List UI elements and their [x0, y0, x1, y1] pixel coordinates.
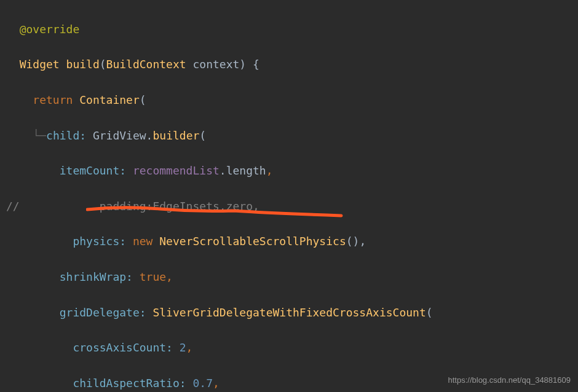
- tree-glyph-icon: └─: [33, 129, 46, 142]
- keyword-return: return: [33, 93, 79, 106]
- param-crossaxiscount: crossAxisCount:: [73, 341, 179, 354]
- code-line-commented: // padding:EdgeInsets.zero,: [6, 198, 572, 216]
- param-griddelegate: gridDelegate:: [60, 306, 153, 319]
- comment-text: padding:EdgeInsets.zero,: [100, 200, 259, 213]
- keyword-new: new: [133, 235, 159, 248]
- watermark-text: https://blog.csdn.net/qq_34881609: [448, 374, 571, 387]
- param-child: child:: [46, 129, 93, 142]
- code-line: Widget build(BuildContext context) {: [6, 56, 572, 74]
- param-shrinkwrap: shrinkWrap:: [60, 270, 140, 283]
- param-childaspectratio: childAspectRatio:: [73, 377, 192, 390]
- type-widget: Widget: [20, 58, 66, 71]
- type-buildcontext: BuildContext: [106, 58, 193, 71]
- class-slivergrid: SliverGridDelegateWithFixedCrossAxisCoun…: [152, 306, 426, 319]
- code-line: gridDelegate: SliverGridDelegateWithFixe…: [6, 304, 572, 322]
- code-line: return Container(: [6, 92, 572, 109]
- code-line: crossAxisCount: 2,: [6, 339, 572, 357]
- param-physics: physics:: [73, 235, 133, 248]
- code-line: └─child: GridView.builder(: [6, 127, 572, 145]
- annotation-override: @override: [20, 23, 80, 36]
- param-itemcount: itemCount:: [60, 164, 133, 177]
- code-line: physics: new NeverScrollableScrollPhysic…: [6, 233, 572, 251]
- keyword-true: true: [140, 270, 166, 283]
- method-builder: builder: [152, 129, 199, 142]
- comment-slash: //: [6, 200, 20, 213]
- code-line: @override: [6, 21, 572, 39]
- code-line: itemCount: recommendList.length,: [6, 162, 572, 180]
- class-neverscroll: NeverScrollableScrollPhysics: [159, 235, 346, 248]
- code-line: shrinkWrap: true,: [6, 269, 572, 286]
- var-recommendlist: recommendList: [133, 164, 220, 177]
- code-editor[interactable]: @override Widget build(BuildContext cont…: [6, 3, 572, 392]
- method-build: build: [66, 58, 100, 71]
- class-container: Container: [79, 93, 140, 106]
